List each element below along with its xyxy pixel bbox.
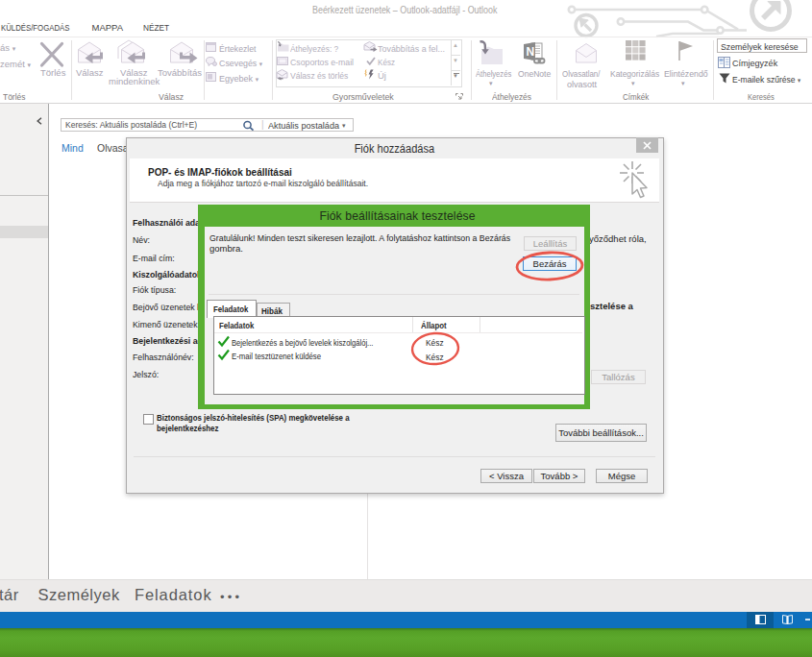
svg-text:N: N	[527, 45, 535, 59]
